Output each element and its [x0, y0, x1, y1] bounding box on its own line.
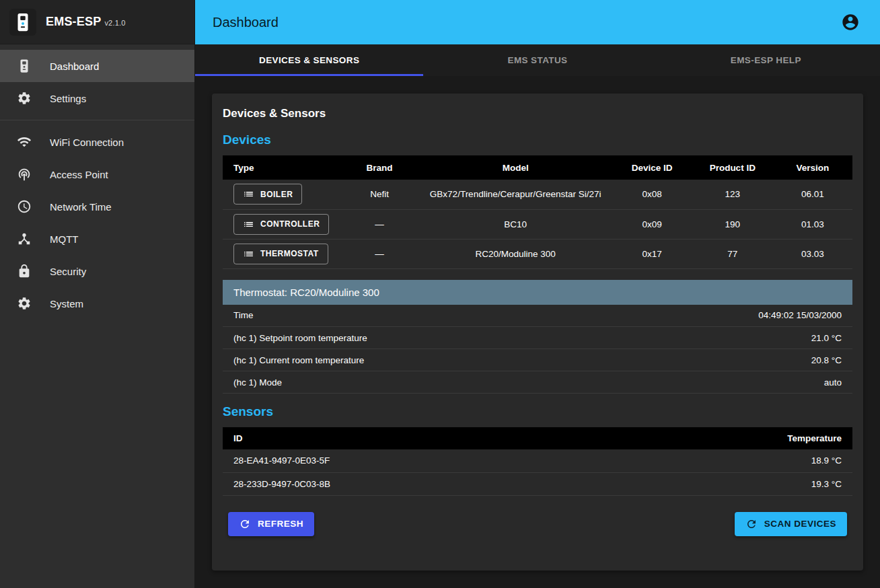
content-area: Devices & Sensors Devices Type Brand Mod… — [195, 76, 880, 588]
device-model: RC20/Moduline 300 — [419, 239, 612, 268]
lock-icon — [16, 263, 32, 279]
sidebar-item-label: System — [50, 298, 83, 309]
app-root: EMS-ESPv2.1.0 Dashboard Settings — [0, 0, 880, 588]
table-row: 28-233D-9497-0C03-8B 19.3 °C — [223, 472, 852, 495]
sidebar-header: EMS-ESPv2.1.0 — [0, 0, 194, 44]
tab-ems-status[interactable]: EMS STATUS — [423, 44, 651, 76]
device-model: GBx72/Trendline/Cerapur/Greenstar Si/27i — [419, 180, 612, 209]
tab-ems-esp-help[interactable]: EMS-ESP HELP — [652, 44, 880, 76]
clock-icon — [16, 198, 32, 215]
device-type-button-thermostat[interactable]: THERMOSTAT — [233, 244, 328, 264]
sidebar-item-wifi-connection[interactable]: WiFi Connection — [0, 126, 194, 158]
devices-heading: Devices — [223, 133, 852, 147]
column-header-type: Type — [223, 155, 340, 180]
scan-devices-button[interactable]: SCAN DEVICES — [735, 512, 847, 536]
device-type-button-controller[interactable]: CONTROLLER — [233, 214, 329, 235]
app-title: EMS-ESPv2.1.0 — [46, 15, 126, 29]
device-type-label: THERMOSTAT — [260, 249, 319, 258]
column-header-temperature: Temperature — [607, 427, 852, 449]
column-header-brand: Brand — [340, 155, 418, 180]
sensor-temperature: 19.3 °C — [607, 472, 852, 495]
main-column: Dashboard DEVICES & SENSORS EMS STATUS E… — [195, 0, 880, 588]
device-id: 0x08 — [612, 180, 692, 209]
sidebar-item-network-time[interactable]: Network Time — [0, 190, 194, 223]
table-row: (hc 1) Current room temperature 20.8 °C — [223, 349, 852, 371]
account-button[interactable] — [837, 9, 864, 36]
refresh-button[interactable]: REFRESH — [228, 512, 314, 536]
sidebar-nav: Dashboard Settings WiFi Connection Acces — [0, 44, 194, 320]
device-product-id: 123 — [692, 180, 773, 209]
sidebar-item-dashboard[interactable]: Dashboard — [0, 50, 194, 82]
column-header-device-id: Device ID — [612, 155, 692, 180]
table-row: (hc 1) Setpoint room temperature 21.0 °C — [223, 327, 852, 349]
sensor-id: 28-233D-9497-0C03-8B — [223, 472, 607, 495]
sidebar-item-label: WiFi Connection — [50, 137, 124, 148]
devices-sensors-card: Devices & Sensors Devices Type Brand Mod… — [212, 94, 863, 571]
device-model: BC10 — [419, 209, 612, 239]
list-icon — [243, 248, 254, 260]
sensors-heading: Sensors — [223, 404, 852, 419]
table-row: BOILER Nefit GBx72/Trendline/Cerapur/Gre… — [223, 180, 852, 209]
device-id: 0x09 — [612, 209, 692, 239]
device-brand: — — [340, 239, 418, 268]
detail-label: (hc 1) Current room temperature — [223, 349, 599, 371]
device-brand: Nefit — [340, 180, 418, 209]
column-header-model: Model — [419, 155, 612, 180]
sensors-table-header-row: ID Temperature — [223, 427, 852, 449]
wifi-icon — [16, 134, 32, 150]
dashboard-device-icon — [16, 58, 32, 74]
scan-devices-button-label: SCAN DEVICES — [764, 519, 836, 529]
device-logo-icon — [13, 12, 33, 32]
sidebar-item-security[interactable]: Security — [0, 255, 194, 287]
table-row: Time 04:49:02 15/03/2000 — [223, 305, 852, 327]
device-type-label: BOILER — [260, 190, 293, 199]
tab-bar: DEVICES & SENSORS EMS STATUS EMS-ESP HEL… — [195, 44, 880, 76]
refresh-button-label: REFRESH — [258, 519, 303, 529]
column-header-id: ID — [223, 427, 607, 449]
app-bar: Dashboard — [195, 0, 880, 44]
device-version: 03.03 — [773, 239, 852, 268]
column-header-version: Version — [773, 155, 852, 180]
list-icon — [243, 219, 254, 230]
detail-label: Time — [223, 305, 599, 327]
sensor-id: 28-EA41-9497-0E03-5F — [223, 449, 607, 472]
table-row: CONTROLLER — BC10 0x09 190 01.03 — [223, 209, 852, 239]
page-title: Dashboard — [213, 15, 837, 30]
device-version: 06.01 — [773, 180, 852, 209]
refresh-icon — [239, 518, 251, 530]
sidebar-item-mqtt[interactable]: MQTT — [0, 223, 194, 255]
card-actions: REFRESH SCAN DEVICES — [223, 512, 852, 536]
tab-devices-sensors[interactable]: DEVICES & SENSORS — [195, 44, 423, 76]
app-logo — [9, 9, 36, 36]
sidebar-divider — [0, 120, 194, 120]
detail-value: 20.8 °C — [599, 349, 852, 371]
list-icon — [243, 188, 254, 200]
sidebar-item-settings[interactable]: Settings — [0, 82, 194, 114]
sensors-table: ID Temperature 28-EA41-9497-0E03-5F 18.9… — [223, 427, 852, 496]
device-product-id: 190 — [692, 209, 773, 239]
sidebar-item-system[interactable]: System — [0, 287, 194, 320]
devices-table: Type Brand Model Device ID Product ID Ve… — [223, 155, 852, 269]
device-product-id: 77 — [692, 239, 773, 268]
refresh-icon — [745, 518, 758, 530]
table-row: THERMOSTAT — RC20/Moduline 300 0x17 77 0… — [223, 239, 852, 268]
gear-icon — [16, 90, 32, 106]
gear-icon — [16, 295, 32, 311]
sidebar: EMS-ESPv2.1.0 Dashboard Settings — [0, 0, 195, 588]
table-row: (hc 1) Mode auto — [223, 371, 852, 394]
device-type-button-boiler[interactable]: BOILER — [233, 184, 302, 205]
sidebar-item-label: Dashboard — [50, 61, 99, 72]
device-id: 0x17 — [612, 239, 692, 268]
app-name: EMS-ESP — [46, 15, 101, 28]
detail-label: (hc 1) Mode — [223, 371, 599, 394]
thermostat-detail-table: Time 04:49:02 15/03/2000 (hc 1) Setpoint… — [223, 305, 852, 394]
devices-table-header-row: Type Brand Model Device ID Product ID Ve… — [223, 155, 852, 180]
detail-value: 21.0 °C — [599, 327, 852, 349]
card-title: Devices & Sensors — [223, 107, 852, 120]
access-point-icon — [16, 166, 32, 182]
sidebar-item-access-point[interactable]: Access Point — [0, 158, 194, 190]
column-header-product-id: Product ID — [692, 155, 773, 180]
sidebar-item-label: Settings — [50, 93, 86, 104]
account-circle-icon — [841, 12, 860, 32]
device-hub-icon — [16, 231, 32, 247]
